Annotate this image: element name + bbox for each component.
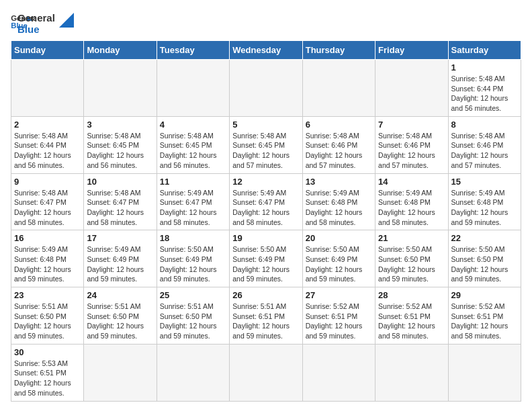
day-info: Sunrise: 5:48 AMSunset: 6:47 PMDaylight:… (87, 188, 153, 228)
day-info: Sunrise: 5:48 AMSunset: 6:46 PMDaylight:… (306, 131, 372, 171)
calendar-day-cell (302, 60, 375, 117)
day-info: Sunrise: 5:49 AMSunset: 6:47 PMDaylight:… (160, 188, 226, 228)
calendar-day-cell: 6Sunrise: 5:48 AMSunset: 6:46 PMDaylight… (302, 116, 375, 173)
day-info: Sunrise: 5:49 AMSunset: 6:47 PMDaylight:… (232, 188, 299, 228)
day-number: 18 (160, 233, 226, 243)
calendar-day-cell: 2Sunrise: 5:48 AMSunset: 6:44 PMDaylight… (11, 116, 84, 173)
day-number: 29 (451, 290, 518, 300)
calendar-day-cell: 22Sunrise: 5:50 AMSunset: 6:50 PMDayligh… (448, 230, 521, 287)
day-number: 3 (87, 120, 153, 130)
calendar-day-cell (84, 344, 157, 401)
calendar-day-cell: 5Sunrise: 5:48 AMSunset: 6:45 PMDaylight… (230, 116, 302, 173)
calendar-week-row: 23Sunrise: 5:51 AMSunset: 6:50 PMDayligh… (11, 287, 521, 345)
calendar-week-row: 1Sunrise: 5:48 AMSunset: 6:44 PMDaylight… (11, 60, 521, 117)
weekday-header-saturday: Saturday (448, 41, 521, 60)
svg-marker-3 (59, 13, 74, 28)
day-number: 15 (451, 177, 518, 187)
calendar-day-cell: 13Sunrise: 5:49 AMSunset: 6:48 PMDayligh… (302, 173, 375, 230)
day-info: Sunrise: 5:48 AMSunset: 6:46 PMDaylight:… (378, 131, 445, 171)
day-info: Sunrise: 5:50 AMSunset: 6:50 PMDaylight:… (451, 244, 518, 284)
day-number: 27 (306, 290, 372, 300)
calendar-day-cell: 12Sunrise: 5:49 AMSunset: 6:47 PMDayligh… (230, 173, 302, 230)
calendar-day-cell: 18Sunrise: 5:50 AMSunset: 6:49 PMDayligh… (157, 230, 229, 287)
calendar-day-cell: 24Sunrise: 5:51 AMSunset: 6:50 PMDayligh… (84, 287, 157, 345)
day-number: 2 (14, 120, 81, 130)
calendar-day-cell (230, 344, 302, 401)
calendar-day-cell (84, 60, 157, 117)
weekday-header-wednesday: Wednesday (230, 41, 302, 60)
day-info: Sunrise: 5:48 AMSunset: 6:45 PMDaylight:… (87, 131, 153, 171)
calendar-day-cell (157, 60, 229, 117)
day-number: 1 (451, 62, 518, 73)
day-info: Sunrise: 5:52 AMSunset: 6:51 PMDaylight:… (378, 302, 445, 341)
day-info: Sunrise: 5:51 AMSunset: 6:51 PMDaylight:… (232, 302, 299, 341)
calendar-day-cell: 25Sunrise: 5:51 AMSunset: 6:50 PMDayligh… (157, 287, 229, 345)
calendar-day-cell (375, 344, 448, 401)
day-number: 12 (232, 177, 299, 187)
day-info: Sunrise: 5:49 AMSunset: 6:48 PMDaylight:… (451, 188, 518, 228)
calendar-day-cell (375, 60, 448, 117)
calendar-header-row: SundayMondayTuesdayWednesdayThursdayFrid… (11, 41, 521, 60)
calendar-week-row: 16Sunrise: 5:49 AMSunset: 6:48 PMDayligh… (11, 230, 521, 287)
day-number: 25 (160, 290, 226, 300)
day-number: 4 (160, 120, 226, 130)
day-number: 23 (14, 290, 81, 300)
calendar-week-row: 2Sunrise: 5:48 AMSunset: 6:44 PMDaylight… (11, 116, 521, 173)
day-info: Sunrise: 5:52 AMSunset: 6:51 PMDaylight:… (451, 302, 518, 341)
day-info: Sunrise: 5:50 AMSunset: 6:49 PMDaylight:… (306, 244, 372, 284)
day-number: 22 (451, 233, 518, 243)
day-number: 11 (160, 177, 226, 187)
weekday-header-thursday: Thursday (302, 41, 375, 60)
day-info: Sunrise: 5:49 AMSunset: 6:48 PMDaylight:… (306, 188, 372, 228)
day-number: 6 (306, 120, 372, 130)
day-number: 14 (378, 177, 445, 187)
logo: General Blue General Blue (11, 11, 74, 35)
day-info: Sunrise: 5:52 AMSunset: 6:51 PMDaylight:… (306, 302, 372, 341)
calendar-day-cell: 4Sunrise: 5:48 AMSunset: 6:45 PMDaylight… (157, 116, 229, 173)
calendar-table: SundayMondayTuesdayWednesdayThursdayFrid… (11, 40, 521, 402)
day-info: Sunrise: 5:50 AMSunset: 6:49 PMDaylight:… (160, 244, 226, 284)
day-number: 28 (378, 290, 445, 300)
day-number: 19 (232, 233, 299, 243)
day-number: 17 (87, 233, 153, 243)
calendar-day-cell: 8Sunrise: 5:48 AMSunset: 6:46 PMDaylight… (448, 116, 521, 173)
calendar-day-cell: 17Sunrise: 5:49 AMSunset: 6:49 PMDayligh… (84, 230, 157, 287)
day-number: 30 (14, 347, 81, 357)
calendar-day-cell: 15Sunrise: 5:49 AMSunset: 6:48 PMDayligh… (448, 173, 521, 230)
calendar-day-cell: 3Sunrise: 5:48 AMSunset: 6:45 PMDaylight… (84, 116, 157, 173)
day-number: 16 (14, 233, 81, 243)
day-number: 10 (87, 177, 153, 187)
day-number: 21 (378, 233, 445, 243)
day-number: 5 (232, 120, 299, 130)
weekday-header-friday: Friday (375, 41, 448, 60)
day-info: Sunrise: 5:51 AMSunset: 6:50 PMDaylight:… (14, 302, 81, 341)
calendar-day-cell: 26Sunrise: 5:51 AMSunset: 6:51 PMDayligh… (230, 287, 302, 345)
day-info: Sunrise: 5:48 AMSunset: 6:46 PMDaylight:… (451, 131, 518, 171)
calendar-day-cell: 19Sunrise: 5:50 AMSunset: 6:49 PMDayligh… (230, 230, 302, 287)
day-info: Sunrise: 5:48 AMSunset: 6:45 PMDaylight:… (232, 131, 299, 171)
calendar-day-cell (448, 344, 521, 401)
day-number: 8 (451, 120, 518, 130)
day-info: Sunrise: 5:49 AMSunset: 6:49 PMDaylight:… (87, 244, 153, 284)
logo-general: General (17, 12, 55, 24)
day-info: Sunrise: 5:49 AMSunset: 6:48 PMDaylight:… (14, 244, 81, 284)
calendar-day-cell (230, 60, 302, 117)
calendar-day-cell: 16Sunrise: 5:49 AMSunset: 6:48 PMDayligh… (11, 230, 84, 287)
calendar-day-cell: 14Sunrise: 5:49 AMSunset: 6:48 PMDayligh… (375, 173, 448, 230)
calendar-day-cell: 23Sunrise: 5:51 AMSunset: 6:50 PMDayligh… (11, 287, 84, 345)
header: General Blue General Blue (11, 11, 521, 35)
day-info: Sunrise: 5:51 AMSunset: 6:50 PMDaylight:… (87, 302, 153, 341)
weekday-header-tuesday: Tuesday (157, 41, 229, 60)
calendar-day-cell (157, 344, 229, 401)
weekday-header-sunday: Sunday (11, 41, 84, 60)
day-info: Sunrise: 5:48 AMSunset: 6:45 PMDaylight:… (160, 131, 226, 171)
calendar-day-cell: 9Sunrise: 5:48 AMSunset: 6:47 PMDaylight… (11, 173, 84, 230)
logo-blue: Blue (17, 24, 55, 35)
day-info: Sunrise: 5:51 AMSunset: 6:50 PMDaylight:… (160, 302, 226, 341)
day-info: Sunrise: 5:48 AMSunset: 6:44 PMDaylight:… (451, 74, 518, 113)
calendar-day-cell: 28Sunrise: 5:52 AMSunset: 6:51 PMDayligh… (375, 287, 448, 345)
calendar-day-cell (11, 60, 84, 117)
day-number: 26 (232, 290, 299, 300)
weekday-header-monday: Monday (84, 41, 157, 60)
day-number: 13 (306, 177, 372, 187)
